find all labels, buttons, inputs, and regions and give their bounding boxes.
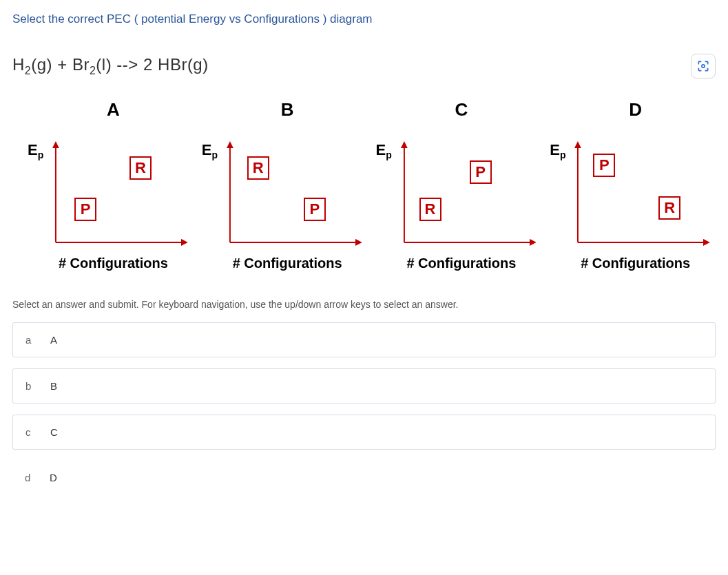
x-axis-label: # Configurations [382,255,542,271]
answer-key: a [25,334,35,346]
y-axis-label: Ep [550,141,565,160]
question-text: Select the correct PEC ( potential Energ… [12,12,716,26]
diagram-b-p-box: P [304,198,326,221]
eq-br2-state: (l) [96,55,112,74]
instructions-text: Select an answer and submit. For keyboar… [12,299,716,310]
answer-key: d [25,472,34,483]
eq-br2-sub: 2 [90,65,96,76]
eq-br2: Br [72,55,90,74]
ep-p: p [386,149,392,160]
answer-label: A [50,334,57,346]
answer-label: D [50,472,57,483]
diagrams-row: A Ep P R # Configurations B Ep [33,99,716,271]
scan-button[interactable] [691,54,716,79]
eq-h2: H [12,55,25,74]
diagram-b: B Ep R P # Configurations [207,99,368,271]
answer-option-a[interactable]: a A [12,322,716,357]
scan-icon [696,59,710,73]
y-axis-label: Ep [376,141,392,160]
diagram-d: D Ep P R # Configurations [555,99,716,271]
diagram-d-r-box: R [658,196,680,220]
ep-e: E [376,141,386,158]
answer-label: B [50,380,57,392]
eq-product: 2 HBr(g) [143,55,209,74]
x-axis-label: # Configurations [207,255,368,271]
diagram-d-title: D [555,99,716,121]
x-axis-label: # Configurations [555,255,716,271]
ep-p: p [560,149,566,160]
ep-e: E [28,141,38,158]
axes [52,141,188,246]
reaction-equation: H2(g) + Br2(l) --> 2 HBr(g) [12,55,209,77]
diagram-a-r-box: R [129,156,152,180]
ep-e: E [550,141,560,158]
answer-key: c [25,426,35,438]
eq-arrow: --> [112,55,143,74]
diagram-b-plot: Ep R P [207,127,368,251]
answer-option-d[interactable]: d D [12,461,716,494]
eq-plus: + [52,55,72,74]
axes [401,141,537,246]
diagram-a: A Ep P R # Configurations [33,99,194,271]
equation-row: H2(g) + Br2(l) --> 2 HBr(g) [12,54,716,79]
answer-option-b[interactable]: b B [12,368,716,404]
answer-label: C [50,426,58,438]
diagram-b-r-box: R [247,156,269,180]
diagram-a-p-box: P [74,198,96,221]
diagram-c-p-box: P [470,160,492,184]
diagram-a-plot: Ep P R [33,127,194,251]
diagram-c-plot: Ep R P [382,127,542,251]
y-axis-label: Ep [28,141,43,160]
diagram-c-title: C [382,99,542,121]
eq-h2-state: (g) [31,55,52,74]
y-axis-label: Ep [202,141,218,160]
diagram-c: C Ep R P # Configurations [382,99,542,271]
diagram-a-title: A [33,99,194,121]
svg-point-0 [702,65,705,67]
ep-p: p [211,149,218,160]
answer-key: b [25,380,35,392]
diagram-d-plot: Ep P R [555,127,716,251]
answer-option-c[interactable]: c C [12,415,716,450]
ep-p: p [38,149,44,160]
diagram-b-title: B [207,99,368,121]
ep-e: E [202,141,212,158]
x-axis-label: # Configurations [33,255,194,271]
diagram-d-p-box: P [593,154,615,177]
eq-h2-sub: 2 [25,65,31,76]
diagram-c-r-box: R [419,198,441,221]
